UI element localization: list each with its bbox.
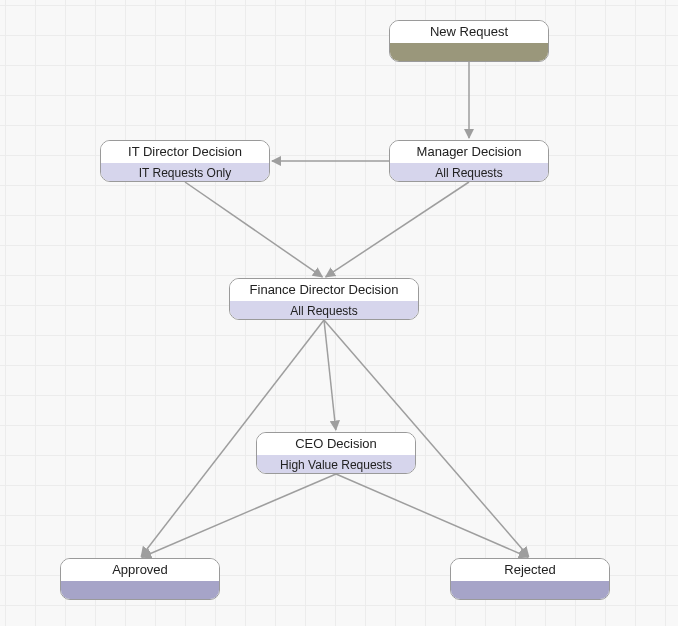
node-subtitle xyxy=(390,43,548,62)
edge xyxy=(142,474,336,557)
node-title: Finance Director Decision xyxy=(230,279,418,301)
node-subtitle xyxy=(451,581,609,600)
node-subtitle: All Requests xyxy=(390,163,548,182)
edge xyxy=(326,182,469,277)
node-title: Approved xyxy=(61,559,219,581)
node-rejected[interactable]: Rejected xyxy=(450,558,610,600)
node-subtitle: All Requests xyxy=(230,301,418,320)
node-ceo-decision[interactable]: CEO Decision High Value Requests xyxy=(256,432,416,474)
node-approved[interactable]: Approved xyxy=(60,558,220,600)
node-new-request[interactable]: New Request xyxy=(389,20,549,62)
node-title: IT Director Decision xyxy=(101,141,269,163)
workflow-canvas[interactable]: New Request Manager Decision All Request… xyxy=(0,0,678,626)
node-manager-decision[interactable]: Manager Decision All Requests xyxy=(389,140,549,182)
node-finance-director-decision[interactable]: Finance Director Decision All Requests xyxy=(229,278,419,320)
node-title: Rejected xyxy=(451,559,609,581)
edge xyxy=(324,320,336,430)
edge xyxy=(336,474,528,557)
node-it-director-decision[interactable]: IT Director Decision IT Requests Only xyxy=(100,140,270,182)
node-subtitle: High Value Requests xyxy=(257,455,415,474)
node-title: CEO Decision xyxy=(257,433,415,455)
node-subtitle: IT Requests Only xyxy=(101,163,269,182)
edge xyxy=(185,182,322,277)
node-title: New Request xyxy=(390,21,548,43)
node-title: Manager Decision xyxy=(390,141,548,163)
node-subtitle xyxy=(61,581,219,600)
